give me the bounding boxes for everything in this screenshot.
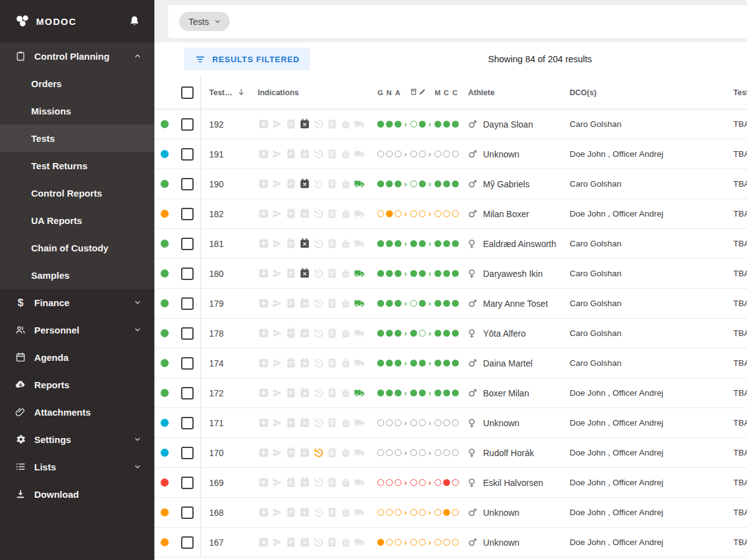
column-header-test[interactable]: Test… [200,76,250,109]
table-row[interactable]: 190››♂Mỹ GabrielsCaro GolshanTBA [154,169,747,199]
sidebar-item-finance[interactable]: $Finance [0,289,154,316]
status-step-dot [435,180,441,187]
row-checkbox[interactable] [181,148,194,161]
inbox-box-icon [258,477,270,488]
dot-header-letter: C [451,89,459,96]
dot-header-letter: A [393,89,402,96]
row-checkbox[interactable] [181,238,194,250]
row-checkbox[interactable] [181,268,194,280]
sidebar-item-tests[interactable]: Tests [0,124,154,152]
table-row[interactable]: 178››♀Yōta AlferoCaro GolshanTBA [154,319,747,348]
sidebar-item-personnel[interactable]: Personnel [0,316,154,343]
row-checkbox[interactable] [181,506,194,519]
row-checkbox[interactable] [181,357,194,370]
basket-icon [340,417,352,429]
scope-chip[interactable]: Tests [179,12,230,31]
table-row[interactable]: 167››♂UnknownDoe John , Officer AndrejTB… [154,528,747,558]
male-icon: ♂ [468,149,477,159]
sidebar-item-agenda[interactable]: Agenda [0,343,154,371]
sidebar-item-chain-of-custody[interactable]: Chain of Custody [0,234,154,261]
test-number: 172 [200,378,250,408]
calendar-cancel-icon [299,118,311,130]
notepad-icon [285,387,297,399]
search-input[interactable]: Tests [168,5,747,38]
status-step-dot [419,479,426,486]
test-number: 168 [200,498,250,527]
sidebar-item-samples[interactable]: Samples [0,261,154,289]
sidebar-item-reports[interactable]: Reports [0,371,154,398]
table-row[interactable]: 179››♂Mary Anne TosetCaro GolshanTBA [154,289,747,319]
send-icon [271,387,283,399]
table-row[interactable]: 192››♂Dayna SloanCaro GolshanTBA [154,110,747,139]
document-icon [326,477,338,488]
truck-icon [354,268,365,279]
table-row[interactable]: 171››♀UnknownDoe John , Officer AndrejTB… [154,408,747,438]
table-row[interactable]: 172››♂Boxer MilanDoe John , Officer Andr… [154,378,747,408]
table-row[interactable]: 181››♀Ealdræd AinsworthCaro GolshanTBA [154,229,747,259]
sidebar-item-settings[interactable]: Settings [0,426,154,453]
notifications-bell-icon[interactable] [128,15,141,27]
calendar-icon [15,352,26,363]
row-checkbox[interactable] [181,118,194,131]
indications [250,387,370,399]
sidebar-item-attachments[interactable]: Attachments [0,398,154,426]
sidebar-item-control-planning[interactable]: Control Planning [0,42,154,70]
row-checkbox[interactable] [181,327,194,340]
status-step-dot [419,240,426,247]
results-filtered-label: RESULTS FILTERED [212,55,299,64]
row-checkbox[interactable] [181,297,194,310]
dco-names: Doe John , Officer Andrej [570,508,733,517]
sidebar-item-label: Control Planning [34,51,133,62]
status-step-dot [443,240,450,247]
status-step-dot [395,509,402,516]
results-filtered-button[interactable]: RESULTS FILTERED [184,48,310,70]
row-status-dot [161,269,169,278]
calendar-cancel-icon [299,387,311,399]
notepad-icon [285,118,297,130]
dco-names: Doe John , Officer Andrej [570,149,733,159]
inbox-box-icon [258,387,270,399]
status-dots: ›› [370,121,464,128]
row-checkbox[interactable] [181,387,194,399]
row-checkbox[interactable] [181,178,194,190]
row-checkbox[interactable] [181,447,194,459]
send-icon [271,506,283,518]
status-step-dot [377,151,384,157]
sidebar-item-lists[interactable]: Lists [0,453,154,480]
female-icon: ♀ [468,418,477,428]
clipboard-icon [15,50,26,62]
sidebar-item-download[interactable]: Download [0,480,154,508]
select-all-checkbox[interactable] [181,86,194,99]
row-checkbox[interactable] [181,536,194,549]
dot-group-separator: › [403,449,408,457]
status-step-dot [443,509,450,516]
send-icon [271,238,283,250]
status-step-dot [377,479,384,486]
dot-group-separator: › [403,240,408,248]
sidebar-item-test-returns[interactable]: Test Returns [0,152,154,179]
test-type: TBA [733,448,747,457]
row-checkbox[interactable] [181,417,194,429]
male-icon: ♂ [468,358,477,368]
table-row[interactable]: 169››♀Eskil HalvorsenDoe John , Officer … [154,468,747,498]
table-row[interactable]: 180››♀Daryawesh IkinCaro GolshanTBA [154,259,747,289]
table-row[interactable]: 174››♂Daina MartelCaro GolshanTBA [154,348,747,378]
test-type: TBA [733,209,747,218]
status-step-dot [443,180,450,187]
status-step-dot [419,360,426,366]
sidebar-item-orders[interactable]: Orders [0,70,154,97]
sidebar-item-control-reports[interactable]: Control Reports [0,179,154,207]
sidebar-item-missions[interactable]: Missions [0,97,154,124]
table-row[interactable]: 168››♂UnknownDoe John , Officer AndrejTB… [154,498,747,528]
sidebar-item-ua-reports[interactable]: UA Reports [0,207,154,234]
sidebar-header: MODOC [0,0,154,42]
dco-names: Doe John , Officer Andrej [570,388,733,398]
document-icon [326,238,338,250]
table-row[interactable]: 191››♂UnknownDoe John , Officer AndrejTB… [154,139,747,169]
row-checkbox[interactable] [181,477,194,489]
row-checkbox[interactable] [181,208,194,220]
dot-group-separator: › [427,449,433,457]
sort-down-icon[interactable] [237,88,246,97]
table-row[interactable]: 182››♂Milan BoxerDoe John , Officer Andr… [154,199,747,229]
table-row[interactable]: 170››♀Rudolf HorákDoe John , Officer And… [154,438,747,468]
